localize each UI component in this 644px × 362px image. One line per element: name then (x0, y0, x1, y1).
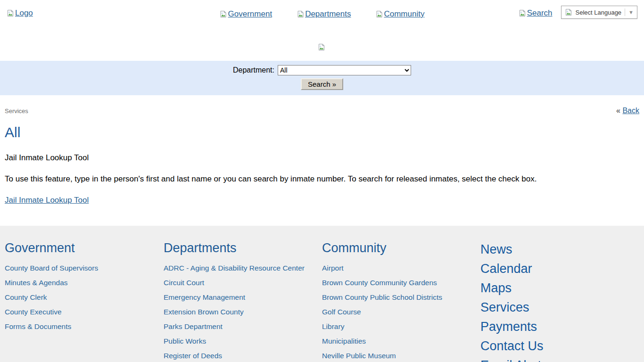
footer-link[interactable]: Library (322, 319, 480, 334)
page-title: All (5, 124, 639, 140)
main-content: Services « Back All Jail Inmate Lookup T… (0, 95, 644, 205)
footer-heading: Government (5, 240, 164, 256)
page: Logo Government Departments Community Se… (0, 0, 644, 362)
broken-image-icon (375, 10, 383, 18)
footer-link[interactable]: ADRC - Aging & Disability Resource Cente… (164, 261, 322, 275)
footer-link-news[interactable]: News (480, 240, 644, 259)
logo-link[interactable]: Logo (7, 8, 33, 18)
search-label: Search (527, 8, 553, 18)
header: Logo Government Departments Community Se… (0, 0, 644, 27)
footer-link[interactable]: County Board of Supervisors (5, 261, 164, 275)
footer-link-maps[interactable]: Maps (480, 279, 644, 298)
department-label: Department: (233, 66, 274, 74)
footer-column-quick-links: News Calendar Maps Services Payments Con… (480, 240, 644, 362)
footer-link[interactable]: Public Works (164, 334, 322, 348)
footer-link[interactable]: Circuit Court (164, 275, 322, 290)
page-subtitle: Jail Inmate Lookup Tool (5, 153, 639, 163)
back-link-wrap: « Back (616, 107, 639, 115)
footer-link[interactable]: County Executive (5, 304, 164, 319)
dropdown-arrow-icon: ▼ (628, 10, 634, 15)
nav-label: Community (384, 9, 424, 19)
footer-link-payments[interactable]: Payments (480, 317, 644, 337)
footer-link-contact-us[interactable]: Contact Us (480, 337, 644, 356)
nav-item-government[interactable]: Government (220, 9, 272, 19)
search-button[interactable]: Search » (301, 78, 343, 90)
footer-link[interactable]: Golf Course (322, 304, 480, 319)
broken-image-icon (7, 9, 14, 17)
header-right: Search Select Language ▼ (519, 6, 637, 19)
nav-item-departments[interactable]: Departments (297, 9, 351, 19)
broken-image-icon (519, 9, 526, 17)
footer-link[interactable]: Extension Brown County (164, 304, 322, 319)
footer-link[interactable]: Airport (322, 261, 480, 275)
footer-link-services[interactable]: Services (480, 298, 644, 317)
back-prefix: « (616, 107, 620, 115)
footer-link[interactable]: Register of Deeds (164, 348, 322, 362)
footer-link[interactable]: Emergency Management (164, 290, 322, 304)
broken-image-icon (220, 10, 227, 18)
footer-link[interactable]: Brown County Public School Districts (322, 290, 480, 304)
footer-link[interactable]: Brown County Community Gardens (322, 275, 480, 290)
department-search-band: Department: All Search » (0, 61, 644, 95)
broken-image-icon (565, 8, 572, 16)
nav-label: Departments (305, 9, 351, 19)
footer-link[interactable]: County Clerk (5, 290, 164, 304)
broken-image-icon (318, 43, 325, 51)
divider (625, 8, 625, 16)
footer-link[interactable]: Forms & Documents (5, 319, 164, 334)
footer-column-departments: Departments ADRC - Aging & Disability Re… (164, 240, 322, 362)
nav-item-community[interactable]: Community (375, 9, 424, 19)
department-select[interactable]: All (278, 65, 411, 75)
footer-heading: Community (322, 240, 480, 256)
nav-label: Government (228, 9, 272, 19)
footer-link[interactable]: Neville Public Museum (322, 348, 480, 362)
footer-link[interactable]: Parks Department (164, 319, 322, 334)
banner-image-row (0, 27, 644, 61)
footer-link[interactable]: Minutes & Agendas (5, 275, 164, 290)
broken-image-icon (297, 10, 304, 18)
back-link[interactable]: Back (622, 107, 639, 115)
breadcrumb: Services (5, 107, 28, 115)
main-nav: Government Departments Community (220, 9, 425, 19)
logo-alt-text: Logo (15, 8, 33, 18)
language-selector[interactable]: Select Language ▼ (561, 6, 637, 19)
footer-link-calendar[interactable]: Calendar (480, 259, 644, 279)
language-selector-label: Select Language (576, 9, 622, 16)
footer-column-government: Government County Board of Supervisors M… (5, 240, 164, 334)
footer-heading: Departments (164, 240, 322, 256)
footer: Government County Board of Supervisors M… (0, 226, 644, 362)
footer-column-community: Community Airport Brown County Community… (322, 240, 480, 362)
page-description: To use this feature, type in the person'… (5, 174, 639, 184)
footer-link-email-alerts[interactable]: Email Alerts (480, 356, 644, 362)
jail-inmate-lookup-link[interactable]: Jail Inmate Lookup Tool (5, 196, 89, 205)
footer-link[interactable]: Municipalities (322, 334, 480, 348)
search-link[interactable]: Search (519, 8, 553, 18)
